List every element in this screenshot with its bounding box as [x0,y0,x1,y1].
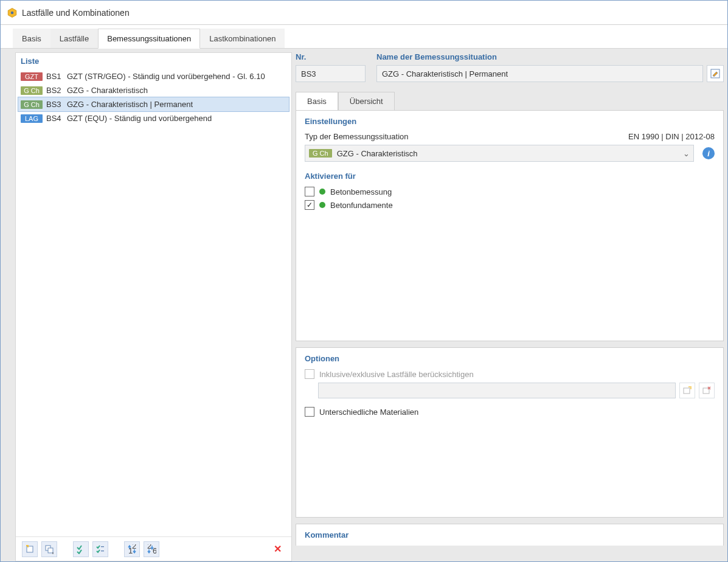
window: Lastfälle und Kombinationen Basis Lastfä… [0,0,728,562]
list-item-label: GZG - Charakteristisch [67,86,286,95]
delete-button[interactable]: ✕ [270,541,285,557]
check-all-button[interactable] [73,541,89,557]
svg-rect-6 [101,550,104,552]
renumber-a-button[interactable]: 21 [124,541,140,557]
tag-badge: LAG [21,114,43,123]
checkbox[interactable] [305,369,314,379]
detail-tabs: Basis Übersicht [296,88,724,110]
norm-label: EN 1990 | DIN | 2012-08 [628,132,715,141]
activate-item: Betonbemessung [305,187,715,196]
tag-badge: G Ch [21,86,43,95]
app-icon [7,7,18,18]
tag-badge: G Ch [21,100,43,109]
copy-button[interactable] [41,541,57,557]
include-button[interactable] [679,383,695,398]
chevron-down-icon: ⌄ [683,149,690,158]
checkbox-label: Betonbemessung [330,187,392,196]
inclexcl-input[interactable] [318,383,676,398]
field-label: Nr. [296,52,366,61]
header-fields: Nr. BS3 Name der Bemessungssituation GZG… [296,52,724,88]
svg-point-1 [11,11,14,14]
titlebar: Lastfälle und Kombinationen [1,1,727,25]
section-title: Einstellungen [305,117,715,126]
list-item-label: GZT (EQU) - Ständig und vorübergehend [67,114,286,123]
left-panel: Liste GZT BS1 GZT (STR/GEO) - Ständig un… [15,52,292,561]
activate-item: Betonfundamente [305,200,715,210]
dropdown-value: GZG - Charakteristisch [337,149,678,158]
checkbox[interactable] [305,200,314,210]
section-settings: Einstellungen Typ der Bemessungssituatio… [296,110,724,341]
tag-badge: G Ch [309,149,332,158]
checkbox-label: Unterschiedliche Materialien [319,408,418,417]
check-list-button[interactable] [92,541,108,557]
edit-name-button[interactable] [707,65,724,82]
svg-text:6: 6 [153,546,156,554]
status-dot-icon [319,189,325,195]
section-title: Optionen [305,354,715,363]
field-name: Name der Bemessungssituation GZG - Chara… [376,52,724,82]
option-item: Unterschiedliche Materialien [305,407,715,417]
field-label: Name der Bemessungssituation [376,52,724,61]
checkbox[interactable] [305,407,314,417]
name-input[interactable]: GZG - Charakteristisch | Permanent [376,65,703,82]
sections: Einstellungen Typ der Bemessungssituatio… [296,110,724,561]
svg-rect-5 [101,546,104,547]
tab-lastfaelle[interactable]: Lastfälle [50,29,98,48]
section-comment: Kommentar [296,524,724,546]
type-dropdown[interactable]: G Ch GZG - Charakteristisch ⌄ [305,145,694,162]
list-item-label: GZG - Charakteristisch | Permanent [67,100,286,109]
field-nr: Nr. BS3 [296,52,366,82]
subtab-uebersicht[interactable]: Übersicht [338,92,395,110]
list-item[interactable]: G Ch BS3 GZG - Charakteristisch | Perman… [18,97,289,111]
section-title: Kommentar [305,530,715,539]
list-item[interactable]: GZT BS1 GZT (STR/GEO) - Ständig und vorü… [18,69,289,83]
type-label: Typ der Bemessungssituation [305,132,409,141]
list-item-number: BS4 [46,114,63,123]
tab-bemessungssituationen[interactable]: Bemessungssituationen [98,29,200,49]
list-item[interactable]: G Ch BS2 GZG - Charakteristisch [18,83,289,97]
main-tabs: Basis Lastfälle Bemessungssituationen La… [1,25,727,49]
renumber-b-button[interactable]: 26 [144,541,159,557]
option-item: Inklusive/exklusive Lastfälle berücksich… [305,369,715,379]
svg-rect-12 [684,388,690,394]
section-title: Aktivieren für [305,172,715,181]
window-title: Lastfälle und Kombinationen [22,8,130,18]
tab-lastkombinationen[interactable]: Lastkombinationen [200,29,285,48]
status-dot-icon [319,202,325,208]
tab-basis[interactable]: Basis [13,29,50,48]
right-panel: Nr. BS3 Name der Bemessungssituation GZG… [296,52,724,561]
info-button[interactable]: i [702,147,715,159]
checkbox-label: Inklusive/exklusive Lastfälle berücksich… [319,370,474,379]
list-item-number: BS2 [46,86,63,95]
list-item-label: GZT (STR/GEO) - Ständig und vorübergehen… [67,72,286,81]
svg-text:1: 1 [128,546,133,554]
nr-input[interactable]: BS3 [296,65,366,82]
list-item-number: BS3 [46,100,63,109]
content: Liste GZT BS1 GZT (STR/GEO) - Ständig un… [1,49,727,561]
left-panel-header: Liste [16,53,291,69]
new-button[interactable] [22,541,38,557]
list-item-number: BS1 [46,72,63,81]
section-options: Optionen Inklusive/exklusive Lastfälle b… [296,347,724,518]
subtab-basis[interactable]: Basis [296,92,338,111]
situation-list: GZT BS1 GZT (STR/GEO) - Ständig und vorü… [16,69,291,536]
list-item[interactable]: LAG BS4 GZT (EQU) - Ständig und vorüberg… [18,111,289,125]
svg-rect-4 [48,548,53,553]
checkbox-label: Betonfundamente [330,201,393,210]
inclexcl-row [318,383,715,398]
checkbox[interactable] [305,187,314,196]
tag-badge: GZT [21,72,43,81]
left-toolbar: 21 26 ✕ [16,536,291,561]
nr-value: BS3 [301,69,316,78]
name-value: GZG - Charakteristisch | Permanent [382,69,508,78]
exclude-button[interactable] [699,383,715,398]
